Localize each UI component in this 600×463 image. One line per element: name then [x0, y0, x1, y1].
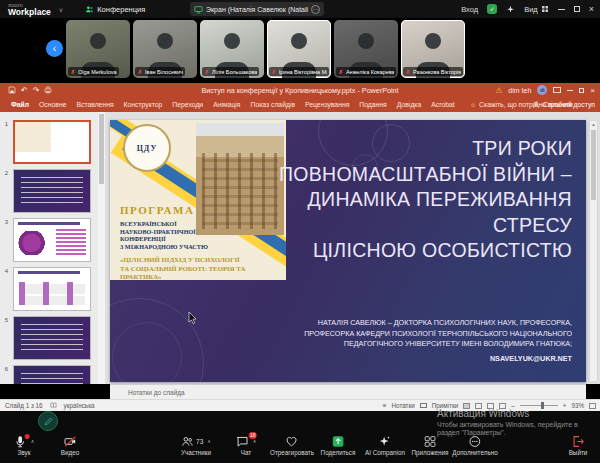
participant-video-1[interactable]: Olga Merkulova: [66, 20, 130, 78]
signin-button[interactable]: Вход: [461, 5, 478, 14]
ai-companion-icon: [379, 435, 392, 448]
participant-video-5[interactable]: Анжеліка Кокарева: [334, 20, 398, 78]
minimize-button[interactable]: [558, 9, 565, 10]
account-avatar[interactable]: dt: [537, 85, 547, 95]
ribbon-tab-3[interactable]: Конструктор: [119, 101, 168, 108]
account-name[interactable]: dim teh: [508, 87, 531, 94]
pp-restore-button[interactable]: [579, 88, 584, 93]
spellcheck-icon[interactable]: [50, 402, 57, 409]
zoom-slider[interactable]: [520, 405, 558, 406]
participant-nameplate: Анжеліка Кокарева: [336, 67, 396, 76]
muted-mic-icon: [405, 69, 411, 75]
participant-video-3[interactable]: Лілія Большакова: [200, 20, 264, 78]
pp-minimize-button[interactable]: [567, 90, 573, 91]
ribbon-tab-2[interactable]: Вставлення: [71, 101, 118, 108]
language-label[interactable]: українська: [64, 402, 95, 409]
annotation-tool-button[interactable]: [38, 411, 58, 431]
screen-share-pill[interactable]: Экран (Наталія Савелюк (Natali ⋯: [190, 2, 324, 16]
ribbon-tab-6[interactable]: Показ слайдів: [246, 101, 301, 108]
slide-thumbnail-3[interactable]: [13, 218, 91, 262]
save-icon[interactable]: [8, 86, 16, 94]
participant-video-6[interactable]: Разєнкова Вікторія: [401, 20, 465, 78]
participant-name: Olga Merkulova: [78, 69, 117, 75]
slide-scrollbar[interactable]: ▲: [589, 120, 598, 382]
toolbar-item-label: Видео: [61, 449, 79, 456]
brand-workplace: Workplace: [8, 8, 51, 17]
ribbon-tab-4[interactable]: Переходи: [167, 101, 208, 108]
chevron-up-icon[interactable]: ∧: [207, 438, 211, 444]
toolbar-item-label: Поделиться: [321, 449, 356, 456]
toolbar-participants-button[interactable]: 73∧ Участники: [181, 434, 211, 456]
view-button[interactable]: Вид: [524, 5, 549, 14]
participant-video-4[interactable]: Ірина Вікторівна Ма: [267, 20, 331, 78]
toolbar-mic-button[interactable]: ∧ Звук: [14, 434, 35, 456]
ribbon-tab-0[interactable]: Файл: [6, 101, 34, 108]
pencil-icon: [43, 416, 54, 427]
participant-nameplate: Olga Merkulova: [68, 67, 119, 76]
chevron-up-icon[interactable]: ∧: [31, 438, 35, 444]
screen-share-label: Экран (Наталія Савелюк (Natali: [206, 6, 308, 13]
security-shield-icon[interactable]: ✓: [487, 4, 497, 14]
muted-mic-icon: [204, 69, 210, 75]
view-grid-icon: [541, 5, 549, 13]
redo-icon[interactable]: ↷: [33, 86, 40, 95]
close-button[interactable]: ×: [589, 0, 594, 18]
maximize-button[interactable]: [574, 6, 580, 12]
slide-thumbnail-6[interactable]: [13, 365, 91, 384]
toolbar-more-button[interactable]: Дополнительно: [452, 434, 497, 456]
ribbon-tab-7[interactable]: Рецензування: [300, 101, 354, 108]
chevron-down-icon[interactable]: ∨: [59, 6, 63, 13]
toolbar-item-label: Участники: [181, 449, 211, 456]
ribbon-display-icon[interactable]: [553, 87, 561, 93]
pill-more-icon[interactable]: ⋯: [311, 5, 320, 14]
program-heading: ПРОГРАМА: [120, 204, 194, 216]
notes-toggle[interactable]: Нотатки: [392, 402, 415, 409]
share-icon: [332, 435, 345, 448]
toolbar-apps-button[interactable]: Приложения: [412, 434, 449, 456]
previous-participants-button[interactable]: ‹: [46, 40, 63, 57]
ribbon-tab-8[interactable]: Подання: [354, 101, 391, 108]
toolbar-item-label: Отреагировать: [270, 449, 314, 456]
muted-mic-icon: [70, 69, 76, 75]
participant-name: Іван Білосевич: [145, 69, 183, 75]
toolbar-share-button[interactable]: Поделиться: [321, 434, 356, 456]
ribbon-tab-5[interactable]: Анімація: [208, 101, 245, 108]
participant-video-2[interactable]: Іван Білосевич: [133, 20, 197, 78]
meeting-tab[interactable]: Конференция: [85, 5, 145, 14]
muted-mic-icon: [271, 69, 277, 75]
zoom-workplace-logo: zoom Workplace: [8, 2, 51, 17]
meeting-people-icon: [85, 5, 94, 14]
participant-name: Разєнкова Вікторія: [413, 69, 461, 75]
notes-pane[interactable]: Нотатки до слайда: [110, 384, 586, 400]
fit-slide-button[interactable]: [589, 403, 596, 409]
warning-icon[interactable]: ⚠: [495, 86, 502, 95]
ribbon-tab-1[interactable]: Основне: [34, 101, 71, 108]
slide-thumbnail-1[interactable]: [13, 120, 91, 164]
toolbar-video-off-button[interactable]: Видео: [61, 434, 79, 456]
toolbar-ai-companion-button[interactable]: AI Companion: [365, 434, 405, 456]
undo-icon[interactable]: ↶: [21, 86, 28, 95]
muted-mic-icon: [137, 69, 143, 75]
toolbar-react-button[interactable]: Отреагировать: [270, 434, 314, 456]
apps-icon: [424, 435, 437, 448]
slide-thumbnail-5[interactable]: [13, 316, 91, 360]
ai-sparkle-icon[interactable]: [506, 5, 515, 14]
share-button[interactable]: Спільний доступ: [532, 101, 595, 109]
participant-nameplate: Ірина Вікторівна Ма: [269, 67, 329, 76]
thumbnail-number: 4: [0, 267, 13, 274]
toolbar-item-label: Дополнительно: [452, 449, 497, 456]
zoom-toolbar: ∧ Звук Видео 73∧ Участники 18∧ Чат Отреа…: [0, 432, 600, 463]
toolbar-leave-button[interactable]: Выйти: [569, 434, 588, 456]
toolbar-item-label: Чат: [236, 449, 257, 456]
slide-thumbnail-4[interactable]: [13, 267, 91, 311]
thumbnail-scrollbar[interactable]: [98, 112, 105, 384]
pp-close-button[interactable]: ×: [590, 86, 595, 95]
toolbar-chat-button[interactable]: 18∧ Чат: [236, 434, 257, 456]
ribbon-tab-10[interactable]: Acrobat: [426, 101, 459, 108]
scroll-up-icon[interactable]: ▲: [590, 121, 597, 128]
ribbon-tab-9[interactable]: Довідка: [392, 101, 426, 108]
print-icon[interactable]: [44, 86, 52, 94]
chevron-up-icon[interactable]: ∧: [253, 438, 257, 444]
document-title: Виступ на конференції у Кропивницькому.p…: [201, 86, 398, 95]
slide-thumbnail-2[interactable]: [13, 169, 91, 213]
